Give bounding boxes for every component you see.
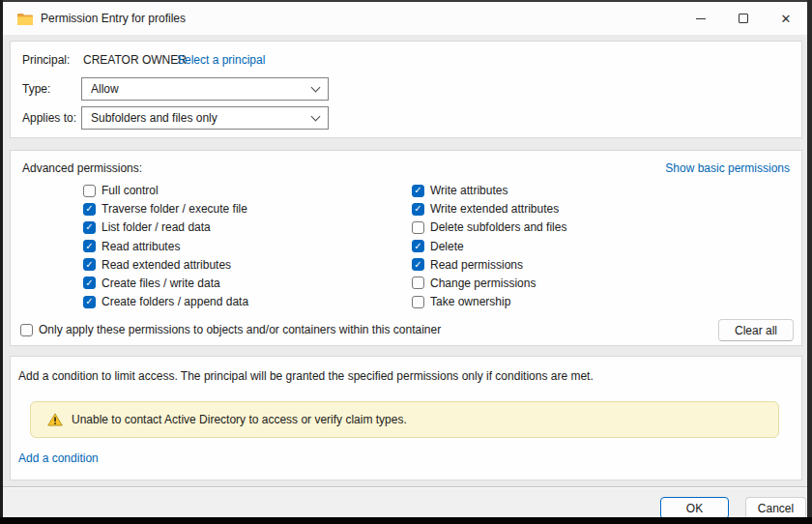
checkbox-icon[interactable] [20, 324, 33, 336]
close-button[interactable]: ✕ [765, 2, 807, 35]
permission-checkbox-row[interactable]: List folder / read data [83, 219, 248, 235]
advanced-permissions-section: Advanced permissions: Show basic permiss… [10, 150, 802, 346]
permission-checkbox-row[interactable]: Write extended attributes [412, 201, 566, 217]
type-label: Type: [22, 82, 50, 96]
permissions-left-column: Full control Traverse folder / execute f… [83, 183, 248, 309]
clear-all-button[interactable]: Clear all [718, 319, 794, 341]
permission-checkbox-row[interactable]: Read permissions [412, 257, 566, 273]
checkbox-icon[interactable] [412, 203, 424, 216]
folder-icon [17, 13, 33, 25]
screen-edge-bottom [0, 517, 812, 524]
permission-checkbox-row[interactable]: Delete subfolders and files [412, 219, 566, 235]
checkbox-icon[interactable] [83, 221, 96, 234]
checkbox-icon[interactable] [83, 203, 96, 216]
checkbox-icon[interactable] [83, 258, 96, 271]
show-basic-permissions-link[interactable]: Show basic permissions [665, 161, 790, 175]
permission-label: Delete subfolders and files [430, 220, 566, 234]
permission-checkbox-row[interactable]: Full control [83, 183, 248, 198]
chevron-down-icon [311, 82, 321, 92]
applies-to-dropdown[interactable]: Subfolders and files only [81, 106, 329, 130]
permission-checkbox-row[interactable]: Create files / write data [83, 276, 248, 291]
title-bar: Permission Entry for profiles ✕ [3, 2, 807, 35]
type-dropdown-value: Allow [91, 82, 312, 96]
permission-label: Write extended attributes [430, 202, 559, 216]
dialog-footer: OK Cancel [3, 486, 807, 517]
checkbox-icon[interactable] [412, 296, 424, 308]
maximize-icon [739, 14, 748, 23]
permission-checkbox-row[interactable]: Change permissions [412, 276, 566, 291]
warning-banner: Unable to contact Active Directory to ac… [30, 401, 779, 438]
condition-description: Add a condition to limit access. The pri… [18, 369, 792, 383]
permission-label: Read attributes [102, 240, 180, 253]
maximize-button[interactable] [722, 2, 765, 35]
minimize-button[interactable] [680, 2, 722, 35]
screen-edge-left [0, 0, 3, 524]
permissions-right-column: Write attributes Write extended attribut… [412, 183, 566, 309]
checkbox-icon[interactable] [83, 185, 96, 197]
advanced-permissions-heading: Advanced permissions: [22, 161, 142, 175]
permission-checkbox-row[interactable]: Read extended attributes [83, 257, 248, 273]
permission-label: Read extended attributes [102, 258, 231, 272]
checkbox-icon[interactable] [412, 221, 424, 234]
checkbox-icon[interactable] [412, 258, 424, 271]
screen-edge-top [0, 0, 812, 2]
window-controls: ✕ [680, 2, 807, 35]
select-a-principal-link[interactable]: Select a principal [177, 53, 265, 67]
permission-checkbox-row[interactable]: Write attributes [412, 183, 566, 198]
warning-icon [47, 413, 63, 426]
cancel-button[interactable]: Cancel [745, 497, 806, 519]
permission-label: Read permissions [430, 258, 523, 272]
applies-to-label: Applies to: [22, 111, 76, 125]
principal-label: Principal: [22, 53, 70, 67]
permission-label: Take ownership [430, 295, 510, 308]
permission-label: Create folders / append data [102, 295, 248, 308]
principal-section: Principal: CREATOR OWNER Select a princi… [10, 41, 802, 138]
condition-section: Add a condition to limit access. The pri… [10, 356, 802, 480]
permission-label: Delete [430, 240, 464, 253]
applies-to-dropdown-value: Subfolders and files only [91, 111, 312, 125]
permission-checkbox-row[interactable]: Delete [412, 239, 566, 254]
only-apply-label: Only apply these permissions to objects … [39, 323, 441, 336]
checkbox-icon[interactable] [412, 185, 424, 197]
window-title: Permission Entry for profiles [41, 12, 186, 25]
principal-value: CREATOR OWNER [83, 53, 187, 67]
screen-edge-right [807, 0, 812, 524]
permission-label: Write attributes [430, 184, 508, 197]
only-apply-checkbox-row[interactable]: Only apply these permissions to objects … [20, 323, 441, 336]
checkbox-icon[interactable] [412, 240, 424, 252]
permission-checkbox-row[interactable]: Traverse folder / execute file [83, 201, 248, 217]
permission-label: Full control [102, 184, 159, 197]
permission-checkbox-row[interactable]: Create folders / append data [83, 294, 248, 309]
checkbox-icon[interactable] [83, 296, 96, 308]
permission-label: List folder / read data [102, 220, 211, 234]
checkbox-icon[interactable] [83, 240, 96, 252]
permission-label: Create files / write data [102, 277, 220, 290]
type-dropdown[interactable]: Allow [81, 77, 329, 101]
checkbox-icon[interactable] [412, 277, 424, 289]
permission-checkbox-row[interactable]: Take ownership [412, 294, 566, 309]
checkbox-icon[interactable] [83, 277, 96, 289]
permission-checkbox-row[interactable]: Read attributes [83, 239, 248, 254]
chevron-down-icon [311, 111, 321, 121]
ok-button[interactable]: OK [660, 497, 729, 519]
minimize-icon [696, 18, 706, 19]
permission-label: Traverse folder / execute file [102, 202, 247, 216]
add-a-condition-link[interactable]: Add a condition [18, 451, 99, 465]
warning-message: Unable to contact Active Directory to ac… [72, 413, 407, 426]
permission-label: Change permissions [430, 277, 536, 290]
close-icon: ✕ [781, 13, 792, 25]
